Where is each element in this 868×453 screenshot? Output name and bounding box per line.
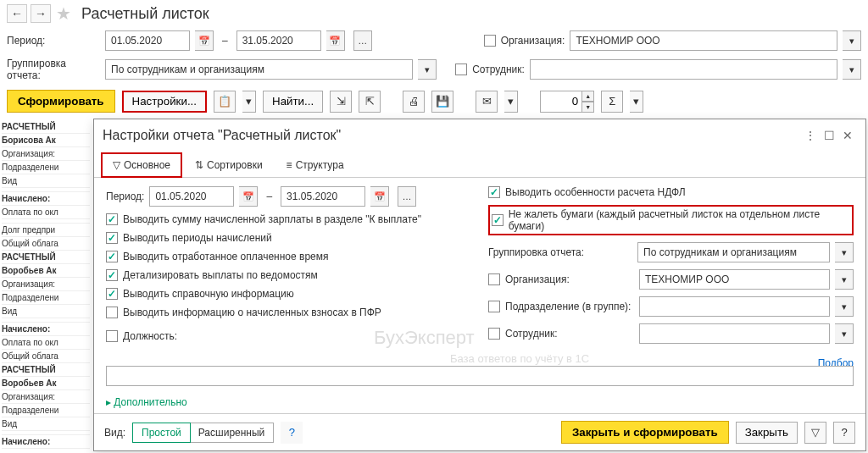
view-simple[interactable]: Простой [132, 423, 191, 443]
org-label: Организация: [501, 35, 565, 47]
subdiv-label: Подразделение (в группе): [505, 301, 634, 312]
close-button[interactable]: Закрыть [736, 422, 798, 444]
print-icon[interactable]: 🖨 [403, 91, 425, 113]
tab-struct[interactable]: ≡Структура [275, 152, 355, 177]
check-ndfl[interactable] [488, 186, 500, 198]
background-report: РАСЧЕТНЫЙ Борисова Ак Организация: Подра… [0, 119, 92, 450]
spinner-input[interactable] [540, 91, 582, 113]
dialog-period-label: Период: [106, 191, 144, 202]
dialog-emp-field[interactable] [639, 323, 830, 344]
subdiv-field[interactable] [639, 296, 830, 317]
forward-button[interactable]: → [31, 4, 51, 23]
save-icon[interactable]: 💾 [431, 91, 453, 113]
expand-icon[interactable]: ⇲ [330, 91, 352, 113]
position-input[interactable] [106, 366, 854, 386]
dialog-period-to[interactable]: 31.05.2020 [281, 186, 365, 207]
check-sum[interactable] [106, 213, 118, 225]
dialog-org-label: Организация: [505, 273, 634, 285]
position-checkbox[interactable] [106, 330, 118, 342]
dropdown-icon[interactable]: ▾ [835, 269, 854, 290]
paste-dropdown-icon[interactable]: ▾ [242, 91, 256, 113]
dialog-period-from[interactable]: 01.05.2020 [149, 186, 234, 207]
help-icon[interactable]: ? [281, 422, 303, 444]
check-time[interactable] [106, 251, 118, 262]
spinner[interactable]: ▲▼ [540, 91, 594, 113]
settings-dialog: Настройки отчета "Расчетный листок" ⋮ ☐ … [93, 119, 866, 451]
period-ellipsis[interactable]: … [353, 30, 372, 51]
position-label: Должность: [123, 330, 177, 342]
close-icon[interactable]: ✕ [838, 126, 857, 145]
mail-icon[interactable]: ✉ [476, 91, 498, 113]
page-title: Расчетный листок [81, 5, 209, 23]
more-icon[interactable]: ⋮ [801, 126, 820, 145]
struct-icon: ≡ [287, 159, 292, 171]
dialog-org-checkbox[interactable] [488, 273, 500, 285]
filter-icon: ▽ [113, 159, 120, 171]
calendar-icon[interactable]: 📅 [326, 30, 345, 51]
tab-main[interactable]: ▽Основное [101, 152, 182, 178]
period-to[interactable]: 31.05.2020 [236, 30, 321, 51]
employee-checkbox[interactable] [455, 64, 467, 75]
dropdown-icon[interactable]: ▾ [835, 296, 854, 317]
spinner-down[interactable]: ▼ [582, 102, 594, 113]
form-button[interactable]: Сформировать [7, 90, 115, 113]
check-detail[interactable] [106, 269, 118, 281]
calendar-icon[interactable]: 📅 [195, 30, 214, 51]
dropdown-icon[interactable]: ▾ [835, 323, 854, 344]
sum-dropdown-icon[interactable]: ▾ [630, 91, 643, 113]
settings-button[interactable]: Настройки... [122, 91, 207, 113]
check-pfr[interactable] [106, 307, 118, 318]
dropdown-icon[interactable]: ▾ [843, 30, 861, 51]
dropdown-icon[interactable]: ▾ [843, 59, 861, 80]
period-label: Период: [7, 35, 100, 47]
filter-toolbar-icon[interactable]: ▽ [804, 422, 826, 444]
employee-label: Сотрудник: [472, 64, 525, 75]
dialog-emp-label: Сотрудник: [505, 328, 634, 340]
view-advanced[interactable]: Расширенный [190, 423, 274, 442]
group-field[interactable]: По сотрудникам и организациям [637, 242, 830, 262]
help-toolbar-icon[interactable]: ? [833, 422, 855, 444]
dialog-org-field[interactable]: ТЕХНОМИР ООО [639, 269, 830, 290]
org-field[interactable]: ТЕХНОМИР ООО [570, 30, 837, 51]
spinner-up[interactable]: ▲ [582, 91, 594, 102]
calendar-icon[interactable]: 📅 [370, 186, 389, 207]
subdiv-checkbox[interactable] [488, 301, 500, 312]
view-segment: Простой Расширенный [132, 423, 274, 443]
calendar-icon[interactable]: 📅 [239, 186, 258, 207]
select-link[interactable]: Подбор [818, 357, 854, 366]
back-button[interactable]: ← [7, 4, 27, 23]
grouping-label: Группировка отчета: [7, 58, 100, 81]
maximize-icon[interactable]: ☐ [820, 126, 838, 145]
check-paper[interactable] [492, 214, 504, 226]
close-form-button[interactable]: Закрыть и сформировать [561, 421, 729, 444]
dialog-title: Настройки отчета "Расчетный листок" [103, 128, 801, 143]
dialog-emp-checkbox[interactable] [488, 328, 500, 340]
collapse-icon[interactable]: ⇱ [359, 91, 381, 113]
check-periods[interactable] [106, 232, 118, 244]
find-button[interactable]: Найти... [263, 91, 323, 113]
check-ref[interactable] [106, 288, 118, 300]
period-from[interactable]: 01.05.2020 [105, 30, 190, 51]
group-label: Группировка отчета: [488, 246, 632, 258]
grouping-field[interactable]: По сотрудникам и организациям [105, 59, 413, 80]
mail-dropdown-icon[interactable]: ▾ [504, 91, 518, 113]
period-ellipsis[interactable]: … [398, 186, 416, 207]
sum-icon[interactable]: Σ [601, 91, 623, 113]
org-checkbox[interactable] [484, 35, 496, 47]
more-link[interactable]: ▸ Дополнительно [106, 396, 187, 408]
period-dash: – [219, 35, 231, 47]
dropdown-icon[interactable]: ▾ [835, 242, 854, 262]
tab-sort[interactable]: ⇅Сортировки [184, 152, 274, 177]
view-label: Вид: [104, 427, 125, 439]
dropdown-icon[interactable]: ▾ [418, 59, 437, 80]
employee-field[interactable] [530, 59, 837, 80]
paste-icon[interactable]: 📋 [214, 91, 236, 113]
favorite-star-icon[interactable]: ★ [56, 3, 71, 24]
sort-icon: ⇅ [195, 159, 203, 171]
